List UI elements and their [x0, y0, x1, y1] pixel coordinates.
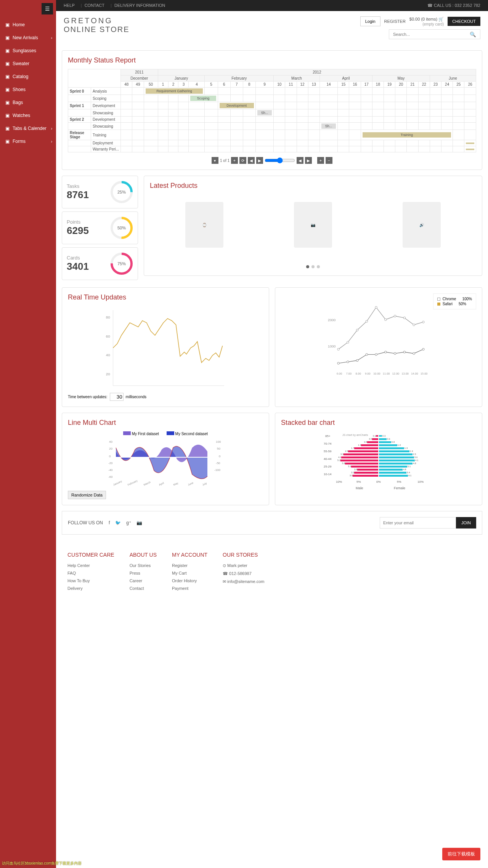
nav-icon: ▣	[5, 126, 10, 131]
next-icon[interactable]: ▶	[256, 157, 263, 164]
footer-link[interactable]: Help Center	[67, 563, 114, 568]
stacked-bar-chart: JS chart by amCharts 85+70-7455-5940-442…	[281, 431, 476, 492]
header: GRETONG ONLINE STORE Login REGISTER $0.0…	[56, 11, 488, 45]
add-icon[interactable]: +	[317, 157, 324, 164]
search-button[interactable]: 🔍	[466, 30, 480, 39]
prev-icon[interactable]: ◀	[248, 157, 255, 164]
minus-icon[interactable]: −	[326, 157, 332, 164]
chevron-right-icon: ›	[51, 36, 52, 40]
svg-text:June: June	[187, 481, 194, 486]
nav-left-icon[interactable]: ◀	[297, 157, 303, 164]
svg-text:4.1: 4.1	[415, 459, 419, 461]
carousel-dots[interactable]	[150, 263, 476, 270]
svg-point-33	[422, 348, 425, 351]
search-input[interactable]	[389, 30, 466, 39]
footer-link[interactable]: Career	[130, 578, 157, 583]
svg-text:0: 0	[219, 455, 221, 458]
svg-text:80: 80	[106, 315, 111, 319]
sidebar-item-sunglasses[interactable]: ▣Sunglasses	[0, 44, 56, 57]
svg-text:0.6: 0.6	[387, 438, 390, 440]
footer-link[interactable]: FAQ	[67, 571, 114, 575]
footer-link[interactable]: My Cart	[172, 571, 207, 575]
empty-cart: (empty card)	[422, 22, 444, 26]
googleplus-icon[interactable]: g⁺	[126, 520, 131, 525]
svg-text:April: April	[158, 481, 164, 486]
sidebar-item-forms[interactable]: ▣Forms›	[0, 135, 56, 148]
sidebar-item-sweater[interactable]: ▣Sweater	[0, 57, 56, 70]
product-selfie-stick[interactable]: 📷	[294, 202, 332, 248]
svg-text:5.2: 5.2	[337, 459, 341, 461]
footer-link[interactable]: Our Stories	[130, 563, 157, 568]
sidebar-nav: ▣Home▣New Arrivals›▣Sunglasses▣Sweater▣C…	[0, 14, 56, 152]
menu-toggle-button[interactable]: ☰	[42, 3, 53, 14]
sidebar-item-shoes[interactable]: ▣Shoes	[0, 83, 56, 96]
cart-icon[interactable]: 🛒	[438, 17, 444, 21]
register-link[interactable]: REGISTER	[384, 19, 406, 24]
refresh-icon[interactable]: ⟳	[239, 157, 246, 164]
svg-point-27	[366, 354, 368, 356]
facebook-icon[interactable]: f	[109, 520, 110, 525]
delivery-link[interactable]: DELIVERY INFORMATION	[114, 3, 165, 8]
checkout-button[interactable]: CHECKOUT	[448, 17, 480, 26]
plus-icon[interactable]: +	[231, 157, 238, 164]
svg-text:40: 40	[106, 353, 111, 357]
randomize-button[interactable]: Randomize Data	[68, 491, 106, 499]
product-speaker[interactable]: 🔊	[403, 202, 441, 248]
svg-text:-40: -40	[108, 468, 113, 472]
svg-point-31	[403, 351, 406, 353]
footer-link[interactable]: Press	[130, 571, 157, 575]
card-title: Stacked bar chart	[281, 419, 476, 427]
footer-link[interactable]: ✉ info@sitename.com	[223, 579, 264, 584]
chevron-right-icon: ›	[51, 127, 52, 131]
svg-text:40-44: 40-44	[324, 457, 332, 461]
svg-text:20: 20	[109, 447, 112, 450]
cart-summary[interactable]: $0.00 (0 items)	[409, 17, 437, 21]
contact-link[interactable]: CONTACT	[85, 3, 104, 8]
browser-chart: Chrome100% Safari50% 20001000 6.00	[281, 293, 476, 377]
nav-icon: ▣	[5, 100, 10, 105]
footer-link[interactable]: Register	[172, 563, 207, 568]
sidebar-item-new-arrivals[interactable]: ▣New Arrivals›	[0, 31, 56, 44]
sidebar-item-watches[interactable]: ▣Watches	[0, 109, 56, 122]
svg-text:March: March	[143, 480, 151, 486]
gantt-chart[interactable]: 20112012 DecemberJanuaryFebruaryMarchApr…	[68, 69, 476, 164]
download-template-button[interactable]: 前往下载模板	[442, 848, 480, 860]
svg-text:1.9: 1.9	[410, 450, 413, 452]
svg-text:50: 50	[217, 447, 220, 450]
product-watch[interactable]: ⌚	[185, 202, 223, 248]
email-input[interactable]	[380, 517, 456, 528]
zoom-slider[interactable]	[265, 157, 295, 163]
logo[interactable]: GRETONG ONLINE STORE	[64, 16, 130, 34]
twitter-icon[interactable]: 🐦	[115, 520, 121, 525]
footer-link[interactable]: Contact	[130, 586, 157, 591]
svg-text:0: 0	[109, 455, 111, 458]
nav-right-icon[interactable]: ▶	[305, 157, 312, 164]
help-link[interactable]: HELP	[64, 3, 75, 8]
svg-text:5.8: 5.8	[342, 462, 345, 464]
login-button[interactable]: Login	[360, 16, 380, 26]
footer-link[interactable]: How To Buy	[67, 578, 114, 583]
svg-point-21	[403, 317, 406, 319]
svg-rect-76	[361, 444, 378, 446]
sidebar-item-home[interactable]: ▣Home	[0, 18, 56, 31]
sidebar-item-bags[interactable]: ▣Bags	[0, 96, 56, 109]
collapse-icon[interactable]: ▾	[212, 157, 218, 164]
svg-text:January: January	[112, 480, 122, 487]
svg-text:-20: -20	[108, 461, 113, 465]
svg-text:1.0: 1.0	[398, 444, 401, 446]
status-report-card: Monthly Status Report 20112012 DecemberJ…	[62, 50, 482, 170]
join-button[interactable]: JOIN	[456, 517, 476, 528]
svg-rect-77	[379, 444, 397, 446]
instagram-icon[interactable]: 📷	[136, 520, 142, 525]
footer-link[interactable]: ⊙ Mark peter	[223, 563, 264, 568]
svg-rect-95	[379, 472, 406, 474]
svg-rect-87	[379, 460, 415, 461]
footer-link[interactable]: Delivery	[67, 586, 114, 591]
sidebar-item-catalog[interactable]: ▣Catalog	[0, 70, 56, 83]
interval-input[interactable]	[110, 393, 124, 401]
sidebar-item-tabs-&-calender[interactable]: ▣Tabs & Calender›	[0, 122, 56, 135]
footer-link[interactable]: Payment	[172, 586, 207, 591]
footer-our-stores: OUR STORES⊙ Mark peter☎ 012-586987✉ info…	[223, 552, 264, 594]
footer-link[interactable]: ☎ 012-586987	[223, 571, 264, 576]
footer-link[interactable]: Order History	[172, 578, 207, 583]
